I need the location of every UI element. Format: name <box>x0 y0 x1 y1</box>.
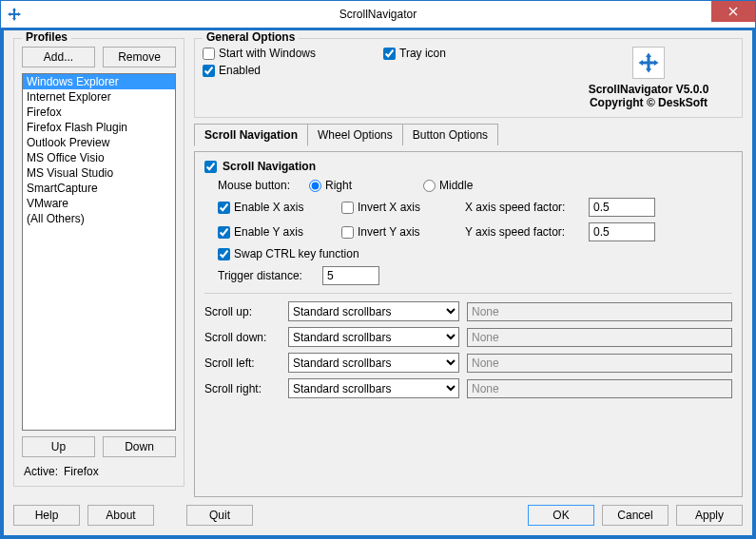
enable-x-checkbox[interactable]: Enable X axis <box>218 201 332 214</box>
active-value: Firefox <box>64 465 99 478</box>
apply-button[interactable]: Apply <box>676 505 743 526</box>
brand-block: ScrollNavigator V5.0.0 Copyright © DeskS… <box>563 47 734 109</box>
enable-y-checkbox[interactable]: Enable Y axis <box>218 225 332 239</box>
list-item[interactable]: Firefox Flash Plugin <box>23 120 175 135</box>
list-item[interactable]: Outlook Preview <box>23 135 175 150</box>
y-speed-label: Y axis speed factor: <box>465 225 579 239</box>
trigger-distance-label: Trigger distance: <box>218 269 313 282</box>
list-item[interactable]: (All Others) <box>23 211 175 226</box>
down-button[interactable]: Down <box>103 436 176 457</box>
mouse-button-right-radio[interactable]: Right <box>309 179 414 192</box>
titlebar: ScrollNavigator <box>1 1 755 28</box>
about-button[interactable]: About <box>87 505 154 526</box>
scroll-navigation-enable-checkbox[interactable] <box>204 161 217 173</box>
invert-x-checkbox[interactable]: Invert X axis <box>341 201 456 214</box>
list-item[interactable]: MS Office Visio <box>23 150 175 165</box>
enabled-checkbox[interactable]: Enabled <box>203 64 355 77</box>
up-button[interactable]: Up <box>22 436 95 457</box>
scroll-right-extra <box>467 379 732 398</box>
scroll-up-select[interactable]: Standard scrollbars <box>288 301 459 321</box>
scroll-left-extra <box>467 354 732 373</box>
brand-line1: ScrollNavigator V5.0.0 <box>563 83 734 96</box>
client-area: Profiles Add... Remove Windows ExplorerI… <box>1 28 755 538</box>
scroll-right-select[interactable]: Standard scrollbars <box>288 378 459 398</box>
bottom-button-row: Help About Quit OK Cancel Apply <box>13 497 743 526</box>
scroll-down-select[interactable]: Standard scrollbars <box>288 327 459 347</box>
scroll-navigation-panel: Scroll Navigation Mouse button: Right Mi… <box>194 151 743 497</box>
list-item[interactable]: MS Visual Studio <box>23 165 175 181</box>
tray-icon-label: Tray icon <box>399 47 446 60</box>
list-item[interactable]: Windows Explorer <box>23 74 175 89</box>
tab-button-options[interactable]: Button Options <box>402 124 498 145</box>
general-options-group: General Options Start with Windows Tray … <box>194 38 743 118</box>
mouse-button-middle-radio[interactable]: Middle <box>423 179 473 192</box>
scroll-down-extra <box>467 328 732 347</box>
list-item[interactable]: VMware <box>23 196 175 211</box>
quit-button[interactable]: Quit <box>186 505 253 526</box>
divider <box>204 293 732 294</box>
mouse-button-label: Mouse button: <box>218 179 300 192</box>
brand-icon <box>632 47 665 79</box>
trigger-distance-input[interactable] <box>322 266 379 285</box>
list-item[interactable]: SmartCapture <box>23 181 175 196</box>
app-window: ScrollNavigator Profiles Add... Remove W… <box>0 0 756 539</box>
window-title: ScrollNavigator <box>339 8 417 21</box>
list-item[interactable]: Firefox <box>23 105 175 120</box>
brand-line2: Copyright © DeskSoft <box>563 96 734 109</box>
cancel-button[interactable]: Cancel <box>602 505 669 526</box>
tab-scroll-navigation[interactable]: Scroll Navigation <box>194 124 308 146</box>
general-legend: General Options <box>203 30 299 44</box>
scroll-up-extra <box>467 302 732 321</box>
close-button[interactable] <box>711 1 755 22</box>
x-speed-input[interactable] <box>589 198 655 217</box>
x-speed-label: X axis speed factor: <box>465 201 579 214</box>
swap-ctrl-checkbox[interactable]: Swap CTRL key function <box>218 247 732 260</box>
profiles-group: Profiles Add... Remove Windows ExplorerI… <box>13 38 184 487</box>
list-item[interactable]: Internet Explorer <box>23 89 175 105</box>
invert-y-checkbox[interactable]: Invert Y axis <box>341 225 456 239</box>
tab-wheel-options[interactable]: Wheel Options <box>307 124 403 145</box>
scroll-left-select[interactable]: Standard scrollbars <box>288 353 459 373</box>
tab-strip: Scroll NavigationWheel OptionsButton Opt… <box>194 124 743 145</box>
profiles-listbox[interactable]: Windows ExplorerInternet ExplorerFirefox… <box>22 73 176 431</box>
ok-button[interactable]: OK <box>528 505 594 526</box>
scroll-navigation-section-label: Scroll Navigation <box>223 160 316 173</box>
add-button[interactable]: Add... <box>22 47 95 67</box>
enabled-label: Enabled <box>219 64 261 77</box>
app-icon <box>7 7 22 22</box>
scroll-down-label: Scroll down: <box>204 331 281 344</box>
help-button[interactable]: Help <box>13 505 80 526</box>
y-speed-input[interactable] <box>589 222 655 241</box>
profiles-legend: Profiles <box>22 30 71 44</box>
remove-button[interactable]: Remove <box>103 47 176 67</box>
scroll-right-label: Scroll right: <box>204 382 281 395</box>
active-label: Active: <box>24 465 58 478</box>
scroll-up-label: Scroll up: <box>204 305 281 318</box>
start-with-windows-label: Start with Windows <box>219 47 316 60</box>
start-with-windows-checkbox[interactable]: Start with Windows <box>203 47 355 60</box>
tray-icon-checkbox[interactable]: Tray icon <box>383 47 535 60</box>
scroll-left-label: Scroll left: <box>204 356 281 370</box>
